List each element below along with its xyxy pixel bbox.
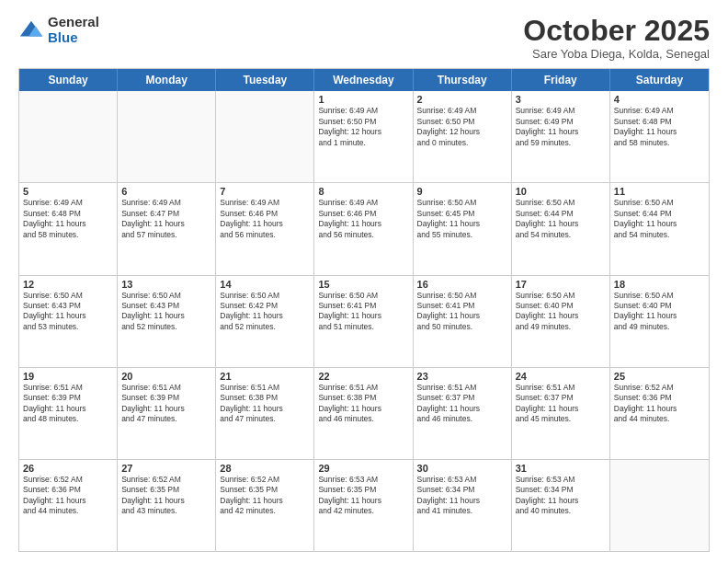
day-cell: 1Sunrise: 6:49 AM Sunset: 6:50 PM Daylig…	[314, 91, 413, 182]
page: General Blue October 2025 Sare Yoba Dieg…	[0, 0, 728, 563]
day-cell: 19Sunrise: 6:51 AM Sunset: 6:39 PM Dayli…	[19, 368, 118, 459]
day-number: 16	[417, 279, 507, 290]
day-info: Sunrise: 6:53 AM Sunset: 6:35 PM Dayligh…	[318, 475, 408, 517]
day-cell: 23Sunrise: 6:51 AM Sunset: 6:37 PM Dayli…	[414, 368, 512, 459]
day-cell: 10Sunrise: 6:50 AM Sunset: 6:44 PM Dayli…	[512, 183, 610, 274]
day-number: 10	[516, 186, 606, 197]
day-number: 19	[23, 371, 113, 382]
day-number: 29	[318, 463, 408, 474]
day-number: 5	[23, 186, 113, 197]
day-cell: 28Sunrise: 6:52 AM Sunset: 6:35 PM Dayli…	[216, 460, 314, 551]
day-number: 21	[220, 371, 310, 382]
calendar-body: 1Sunrise: 6:49 AM Sunset: 6:50 PM Daylig…	[19, 91, 709, 551]
day-headers: SundayMondayTuesdayWednesdayThursdayFrid…	[19, 69, 709, 91]
day-cell: 30Sunrise: 6:53 AM Sunset: 6:34 PM Dayli…	[414, 460, 512, 551]
day-number: 25	[614, 371, 705, 382]
day-info: Sunrise: 6:50 AM Sunset: 6:45 PM Dayligh…	[417, 198, 507, 240]
day-number: 17	[516, 279, 606, 290]
day-number: 1	[318, 94, 408, 105]
day-info: Sunrise: 6:53 AM Sunset: 6:34 PM Dayligh…	[417, 475, 507, 517]
day-info: Sunrise: 6:50 AM Sunset: 6:41 PM Dayligh…	[318, 291, 408, 333]
month-title: October 2025	[523, 15, 710, 47]
logo-icon	[18, 17, 44, 43]
day-info: Sunrise: 6:50 AM Sunset: 6:42 PM Dayligh…	[220, 291, 310, 333]
day-cell	[216, 91, 314, 182]
calendar: SundayMondayTuesdayWednesdayThursdayFrid…	[18, 68, 710, 552]
day-info: Sunrise: 6:50 AM Sunset: 6:44 PM Dayligh…	[614, 198, 705, 240]
day-cell: 15Sunrise: 6:50 AM Sunset: 6:41 PM Dayli…	[314, 276, 413, 367]
day-cell: 24Sunrise: 6:51 AM Sunset: 6:37 PM Dayli…	[512, 368, 610, 459]
header-right: October 2025 Sare Yoba Diega, Kolda, Sen…	[523, 15, 710, 61]
day-number: 30	[417, 463, 507, 474]
day-info: Sunrise: 6:51 AM Sunset: 6:37 PM Dayligh…	[516, 383, 606, 425]
week-row-2: 5Sunrise: 6:49 AM Sunset: 6:48 PM Daylig…	[19, 183, 709, 275]
day-cell: 17Sunrise: 6:50 AM Sunset: 6:40 PM Dayli…	[512, 276, 610, 367]
day-header-sunday: Sunday	[19, 69, 118, 91]
day-number: 31	[516, 463, 606, 474]
day-number: 22	[318, 371, 408, 382]
day-info: Sunrise: 6:50 AM Sunset: 6:43 PM Dayligh…	[121, 291, 211, 333]
day-number: 27	[121, 463, 211, 474]
day-info: Sunrise: 6:51 AM Sunset: 6:39 PM Dayligh…	[121, 383, 211, 425]
day-number: 13	[121, 279, 211, 290]
day-number: 7	[220, 186, 310, 197]
day-number: 2	[417, 94, 507, 105]
day-number: 15	[318, 279, 408, 290]
day-cell: 9Sunrise: 6:50 AM Sunset: 6:45 PM Daylig…	[414, 183, 512, 274]
day-cell: 27Sunrise: 6:52 AM Sunset: 6:35 PM Dayli…	[118, 460, 216, 551]
location: Sare Yoba Diega, Kolda, Senegal	[523, 47, 710, 61]
day-number: 8	[318, 186, 408, 197]
day-cell	[610, 460, 709, 551]
day-header-friday: Friday	[512, 69, 610, 91]
day-info: Sunrise: 6:49 AM Sunset: 6:46 PM Dayligh…	[318, 198, 408, 240]
day-cell	[19, 91, 118, 182]
day-cell: 8Sunrise: 6:49 AM Sunset: 6:46 PM Daylig…	[314, 183, 413, 274]
day-number: 4	[614, 94, 705, 105]
day-info: Sunrise: 6:49 AM Sunset: 6:50 PM Dayligh…	[417, 106, 507, 148]
day-number: 14	[220, 279, 310, 290]
day-cell: 7Sunrise: 6:49 AM Sunset: 6:46 PM Daylig…	[216, 183, 314, 274]
header: General Blue October 2025 Sare Yoba Dieg…	[18, 15, 710, 61]
week-row-1: 1Sunrise: 6:49 AM Sunset: 6:50 PM Daylig…	[19, 91, 709, 183]
day-header-wednesday: Wednesday	[314, 69, 413, 91]
day-cell: 20Sunrise: 6:51 AM Sunset: 6:39 PM Dayli…	[118, 368, 216, 459]
day-cell: 6Sunrise: 6:49 AM Sunset: 6:47 PM Daylig…	[118, 183, 216, 274]
day-number: 12	[23, 279, 113, 290]
day-info: Sunrise: 6:53 AM Sunset: 6:34 PM Dayligh…	[516, 475, 606, 517]
day-number: 6	[121, 186, 211, 197]
day-number: 9	[417, 186, 507, 197]
day-info: Sunrise: 6:51 AM Sunset: 6:38 PM Dayligh…	[318, 383, 408, 425]
day-info: Sunrise: 6:51 AM Sunset: 6:37 PM Dayligh…	[417, 383, 507, 425]
day-cell: 25Sunrise: 6:52 AM Sunset: 6:36 PM Dayli…	[610, 368, 709, 459]
week-row-4: 19Sunrise: 6:51 AM Sunset: 6:39 PM Dayli…	[19, 368, 709, 460]
day-cell: 29Sunrise: 6:53 AM Sunset: 6:35 PM Dayli…	[314, 460, 413, 551]
day-info: Sunrise: 6:52 AM Sunset: 6:36 PM Dayligh…	[614, 383, 705, 425]
logo-general: General	[48, 15, 99, 30]
day-cell: 2Sunrise: 6:49 AM Sunset: 6:50 PM Daylig…	[414, 91, 512, 182]
day-header-tuesday: Tuesday	[216, 69, 314, 91]
logo-text: General Blue	[48, 15, 99, 45]
day-cell: 12Sunrise: 6:50 AM Sunset: 6:43 PM Dayli…	[19, 276, 118, 367]
day-info: Sunrise: 6:51 AM Sunset: 6:38 PM Dayligh…	[220, 383, 310, 425]
day-number: 3	[516, 94, 606, 105]
day-cell: 18Sunrise: 6:50 AM Sunset: 6:40 PM Dayli…	[610, 276, 709, 367]
day-number: 20	[121, 371, 211, 382]
week-row-5: 26Sunrise: 6:52 AM Sunset: 6:36 PM Dayli…	[19, 460, 709, 551]
day-info: Sunrise: 6:50 AM Sunset: 6:43 PM Dayligh…	[23, 291, 113, 333]
day-cell: 31Sunrise: 6:53 AM Sunset: 6:34 PM Dayli…	[512, 460, 610, 551]
day-cell: 13Sunrise: 6:50 AM Sunset: 6:43 PM Dayli…	[118, 276, 216, 367]
day-info: Sunrise: 6:50 AM Sunset: 6:44 PM Dayligh…	[516, 198, 606, 240]
day-info: Sunrise: 6:49 AM Sunset: 6:50 PM Dayligh…	[318, 106, 408, 148]
day-cell: 22Sunrise: 6:51 AM Sunset: 6:38 PM Dayli…	[314, 368, 413, 459]
day-header-thursday: Thursday	[414, 69, 512, 91]
logo: General Blue	[18, 15, 99, 45]
day-info: Sunrise: 6:52 AM Sunset: 6:36 PM Dayligh…	[23, 475, 113, 517]
day-info: Sunrise: 6:49 AM Sunset: 6:48 PM Dayligh…	[23, 198, 113, 240]
day-number: 28	[220, 463, 310, 474]
day-number: 11	[614, 186, 705, 197]
day-cell: 3Sunrise: 6:49 AM Sunset: 6:49 PM Daylig…	[512, 91, 610, 182]
week-row-3: 12Sunrise: 6:50 AM Sunset: 6:43 PM Dayli…	[19, 276, 709, 368]
day-info: Sunrise: 6:50 AM Sunset: 6:40 PM Dayligh…	[516, 291, 606, 333]
day-number: 26	[23, 463, 113, 474]
day-info: Sunrise: 6:51 AM Sunset: 6:39 PM Dayligh…	[23, 383, 113, 425]
